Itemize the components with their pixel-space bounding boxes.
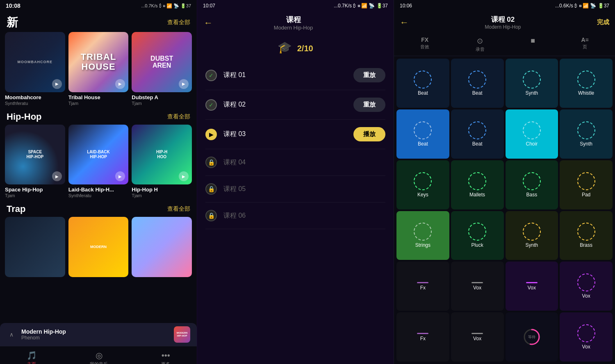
lesson-replay-btn-01[interactable]: 重放: [353, 68, 385, 82]
nav-mymusic-label: 我的音乐: [90, 361, 108, 364]
view-all-hiphop[interactable]: 查看全部: [167, 113, 190, 121]
inst-synth-2[interactable]: Synth: [560, 109, 613, 159]
card-trap3[interactable]: [132, 217, 192, 277]
status-bar-2: 10:07 ...0.7K/s ₿ ⊠ 📶 📡 🔋37: [197, 0, 394, 11]
card-name-moombahcore: Moombahcore: [5, 94, 65, 100]
inst-vox-3-ring[interactable]: Vox: [560, 262, 613, 311]
inst-keys[interactable]: Keys: [396, 160, 449, 209]
tab-record-icon: ⊙: [477, 36, 483, 46]
tab-record[interactable]: ⊙ 录音: [472, 35, 488, 54]
tab-fx[interactable]: FX 音效: [417, 35, 433, 54]
card-dubstep[interactable]: DUBSTAREN ▶ Dubstep A Tjam: [132, 32, 192, 106]
nav-more[interactable]: ••• 更多: [155, 349, 177, 364]
inst-fx-2[interactable]: Fx: [396, 312, 449, 362]
card-img-dubstep: DUBSTAREN ▶: [132, 32, 192, 92]
card-hiphop-h[interactable]: HIP-HHOO ▶ Hip-Hop H Tjam: [132, 125, 192, 198]
card-name-laidback: Laid-Back Hip-H...: [68, 187, 129, 193]
vox-label-3: Vox: [582, 293, 590, 299]
network-1: ...0.7K/s ₿ ⊠ 📶 📡 🔋37: [141, 3, 191, 9]
nav-mymusic[interactable]: ◎ 我的音乐: [83, 349, 114, 364]
inst-bass[interactable]: Bass: [506, 160, 558, 209]
play-laidback[interactable]: ▶: [115, 171, 125, 181]
panel2-back-button[interactable]: ←: [204, 18, 213, 27]
synth-label-1: Synth: [526, 90, 538, 96]
inst-vox-5-ring[interactable]: Vox: [560, 312, 613, 362]
inst-vox-2-purple[interactable]: Vox: [506, 262, 558, 311]
inst-fx-1[interactable]: Fx: [396, 262, 449, 311]
mini-player-expand-icon[interactable]: ∧: [7, 330, 16, 339]
mini-player-bar[interactable]: ∧ Modern Hip-Hop Phenom MODERNHIP-HOP: [0, 323, 197, 346]
lesson-name-04: 课程 04: [223, 158, 385, 167]
vox-ring-icon-2: [577, 324, 595, 342]
card-moombahcore[interactable]: MOOMBAHCORE ▶ Moombahcore Synthferatu: [5, 32, 65, 106]
inst-progress-ring[interactable]: 等待: [506, 312, 558, 362]
network-2: ...0.7K/s ₿ ⊠ 📶 📡 🔋37: [334, 3, 388, 9]
card-img-tribal: TRIBALHOUSE ▶: [68, 32, 129, 92]
inst-vox-4[interactable]: Vox: [451, 312, 504, 362]
inst-mallets[interactable]: Mallets: [451, 160, 504, 209]
panel2-course-label: 课程: [218, 15, 369, 25]
inst-brass[interactable]: Brass: [560, 211, 613, 260]
inst-beat-4[interactable]: Beat: [451, 109, 504, 159]
inst-synth-3[interactable]: Synth: [506, 211, 558, 260]
card-trap2[interactable]: MODERN: [68, 217, 129, 277]
nav-more-label: 更多: [161, 361, 170, 364]
inst-pad[interactable]: Pad: [560, 160, 613, 209]
inst-beat-1[interactable]: Beat: [396, 59, 449, 108]
vox-label-5: Vox: [582, 344, 590, 350]
trap-title: Trap: [7, 204, 25, 214]
play-tribal[interactable]: ▶: [115, 79, 125, 89]
beat-icon-3: [414, 121, 432, 139]
panel3-course-info: 课程 02: [412, 15, 594, 24]
inst-pluck[interactable]: Pluck: [451, 211, 504, 260]
lesson-item-01: ✓ 课程 01 重放: [205, 61, 385, 90]
card-author-dubstep: Tjam: [132, 101, 192, 106]
view-all-trap[interactable]: 查看全部: [167, 205, 190, 213]
card-laidback[interactable]: LAID-BACKHIP-HOP ▶ Laid-Back Hip-H... Sy…: [68, 125, 129, 198]
card-space-hiphop[interactable]: SPACEHIP-HOP ▶ Space Hip-Hop Tjam: [5, 125, 65, 198]
panel2-subtitle: Modern Hip-Hop: [218, 25, 369, 31]
hiphop-section-header: Hip-Hop 查看全部: [3, 107, 194, 125]
progress-icon: 🎓: [278, 41, 292, 54]
card-img-moombahcore: MOOMBAHCORE ▶: [5, 32, 65, 92]
lesson-status-06: 🔒: [205, 210, 217, 221]
synth-icon-1: [523, 71, 541, 89]
beat-label-3: Beat: [418, 141, 428, 147]
inst-strings-active[interactable]: Strings: [396, 211, 449, 260]
lesson-replay-btn-02[interactable]: 重放: [353, 98, 385, 112]
lesson-status-01: ✓: [205, 70, 217, 81]
card-tribal[interactable]: TRIBALHOUSE ▶ Tribal House Tjam: [68, 32, 129, 106]
panel3-back-button[interactable]: ←: [400, 18, 409, 27]
pad-icon: [577, 172, 595, 190]
nav-home[interactable]: 🎵 主页: [20, 349, 43, 364]
play-hiphop-h[interactable]: ▶: [179, 171, 189, 181]
inst-beat-3-active[interactable]: Beat: [396, 109, 449, 159]
lesson-name-01: 课程 01: [223, 71, 347, 80]
tab-square[interactable]: ■: [527, 35, 538, 54]
card-trap1[interactable]: [5, 217, 65, 277]
vox-label-4: Vox: [473, 336, 481, 341]
fx-line-2: [417, 333, 428, 334]
lesson-status-02: ✓: [205, 99, 217, 111]
panel3-finish-button[interactable]: 完成: [597, 18, 609, 26]
panel2-header: ← 课程 Modern Hip-Hop: [197, 11, 394, 34]
mallets-icon: [468, 172, 486, 190]
vox-line-2: [472, 333, 483, 334]
inst-vox-1[interactable]: Vox: [451, 262, 504, 311]
lesson-item-02: ✓ 课程 02 重放: [205, 90, 385, 120]
synth-icon-2: [577, 121, 595, 139]
play-moombahcore[interactable]: ▶: [52, 79, 62, 89]
play-space[interactable]: ▶: [52, 171, 62, 181]
view-all-new[interactable]: 查看全部: [167, 19, 190, 26]
lesson-play-btn-03[interactable]: 播放: [353, 127, 385, 141]
inst-choir-active[interactable]: Choir: [506, 109, 558, 159]
inst-synth-1[interactable]: Synth: [506, 59, 558, 108]
inst-beat-2[interactable]: Beat: [451, 59, 504, 108]
card-author-space: Tjam: [5, 193, 65, 198]
play-dubstep[interactable]: ▶: [179, 79, 189, 89]
tab-page[interactable]: A≡ 页: [578, 35, 592, 54]
inst-whistle[interactable]: Whistle: [560, 59, 613, 108]
mini-player-thumb: MODERNHIP-HOP: [174, 326, 190, 343]
panel3-course-label: 课程: [491, 16, 505, 23]
trap-section-header: Trap 查看全部: [3, 200, 194, 217]
